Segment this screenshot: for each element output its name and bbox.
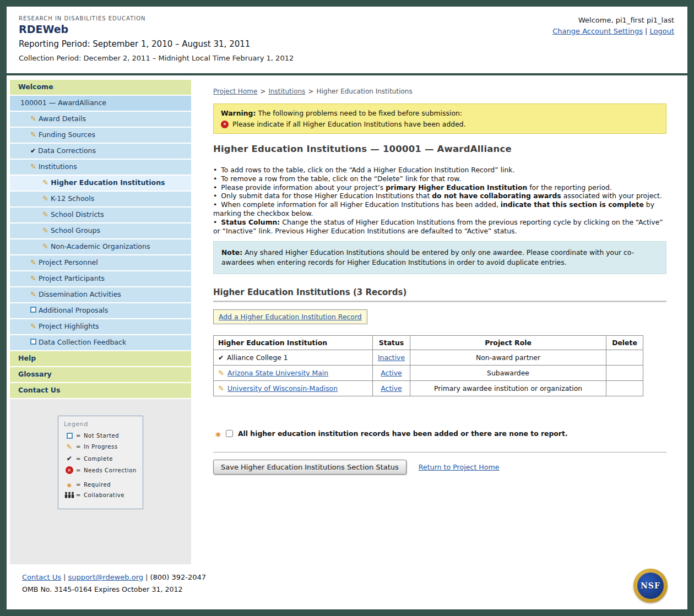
add-record-button[interactable]: Add a Higher Education Institution Recor… (213, 309, 367, 324)
omb-notice: OMB No. 3145-0164 Expires October 31, 20… (22, 585, 687, 593)
sidebar-item-glossary[interactable]: Glossary (10, 367, 191, 383)
section-rule (213, 301, 666, 302)
project-role-cell: Primary awardee institution or organizat… (410, 381, 606, 396)
legend-label: Needs Correction (84, 467, 137, 473)
sidebar-item-label: School Districts (51, 210, 104, 219)
legend-row: = Not Started (64, 433, 137, 439)
column-header-institution: Higher Education Institution (214, 336, 373, 350)
sidebar-item-higher-education-institutions[interactable]: Higher Education Institutions (10, 176, 191, 192)
breadcrumb-project-home-link[interactable]: Project Home (213, 88, 257, 95)
pencil-icon (30, 162, 36, 171)
legend-row: = In Progress (64, 443, 137, 451)
section-complete-checkbox[interactable] (226, 430, 233, 437)
delete-cell (606, 350, 643, 366)
main-content: Project Home>Institutions>Higher Educati… (191, 80, 687, 564)
welcome-user: Welcome, pi1_first pi1_last (552, 16, 674, 24)
separator: | (63, 573, 66, 581)
note-title: Note: (221, 248, 242, 257)
sidebar-item-contact-us[interactable]: Contact Us (10, 383, 191, 399)
header: RESEARCH IN DISABILITIES EDUCATION RDEWe… (7, 7, 687, 73)
column-header-delete: Delete (606, 336, 643, 350)
institution-cell: University of Wisconsin-Madison (214, 381, 373, 396)
nsf-logo-text: NSF (637, 573, 664, 599)
sidebar-item-label: School Groups (51, 226, 100, 235)
save-section-status-button[interactable]: Save Higher Education Institutions Secti… (213, 460, 406, 475)
app-frame: RESEARCH IN DISABILITIES EDUCATION RDEWe… (0, 0, 694, 616)
sidebar-item-welcome[interactable]: Welcome (10, 80, 191, 96)
institution-name-link[interactable]: Arizona State University Main (227, 369, 328, 377)
breadcrumb-current: Higher Education Institutions (316, 88, 412, 95)
sidebar-item-project-highlights[interactable]: Project Highlights (10, 319, 191, 335)
status-link[interactable]: Inactive (378, 353, 405, 362)
delete-cell (606, 366, 643, 381)
add-record-link[interactable]: Add a Higher Education Institution Recor… (219, 313, 362, 321)
breadcrumb-institutions-link[interactable]: Institutions (268, 88, 305, 95)
sidebar-item-data-collection-feedback[interactable]: Data Collection Feedback (10, 335, 191, 351)
footer-email-link[interactable]: support@rdeweb.org (68, 573, 143, 581)
sidebar-item-institutions[interactable]: Institutions (10, 160, 191, 176)
legend-label: Required (84, 482, 111, 488)
error-icon (221, 121, 229, 128)
sidebar-item-additional-proposals[interactable]: Additional Proposals (10, 303, 191, 319)
institution-name-link[interactable]: University of Wisconsin-Madison (227, 384, 338, 393)
column-header-project-role: Project Role (410, 336, 606, 350)
sidebar-item-label: K-12 Schools (51, 194, 94, 203)
equals-sign: = (76, 444, 81, 450)
legend-title: Legend (64, 421, 137, 428)
records-section-heading: Higher Education Institutions (3 Records… (213, 287, 666, 297)
equals-sign: = (76, 467, 81, 473)
sidebar: Welcome 100001 — AwardAlliance Award Det… (10, 80, 191, 564)
pencil-icon (30, 258, 36, 267)
sidebar-item-data-corrections[interactable]: Data Corrections (10, 144, 191, 160)
header-account-area: Welcome, pi1_first pi1_last Change Accou… (552, 16, 674, 35)
sidebar-item-label: Project Personnel (39, 258, 98, 266)
equals-sign: = (76, 482, 81, 488)
note-text: Any shared Higher Education Institutions… (221, 248, 634, 266)
institutions-table: Higher Education Institution Status Proj… (213, 335, 643, 396)
sidebar-item-project-personnel[interactable]: Project Personnel (10, 255, 191, 271)
table-row: Alliance College 1 Inactive Non-award pa… (214, 350, 643, 366)
return-to-project-home-link[interactable]: Return to Project Home (419, 463, 500, 471)
sidebar-item-project-participants[interactable]: Project Participants (10, 271, 191, 287)
institution-name: Alliance College 1 (227, 353, 288, 362)
sidebar-item-school-districts[interactable]: School Districts (10, 208, 191, 223)
project-role-cell: Non-award partner (410, 350, 606, 366)
legend-row: = Needs Correction (64, 466, 137, 474)
status-link[interactable]: Active (381, 384, 402, 393)
sidebar-item-label: Additional Proposals (39, 306, 108, 314)
sidebar-item-school-groups[interactable]: School Groups (10, 223, 191, 239)
pencil-icon (30, 290, 36, 299)
footer-contact-link[interactable]: Contact Us (22, 573, 61, 581)
instructions-list: To add rows to the table, click on the “… (213, 166, 666, 235)
status-cell: Inactive (373, 350, 410, 366)
sidebar-item-help[interactable]: Help (10, 351, 191, 367)
change-account-settings-link[interactable]: Change Account Settings (552, 27, 643, 35)
sidebar-item-award-details[interactable]: Award Details (10, 112, 191, 128)
sidebar-item-label: Data Collection Feedback (39, 338, 126, 346)
logout-link[interactable]: Logout (649, 27, 674, 35)
actions-divider (213, 452, 666, 453)
sidebar-item-award[interactable]: 100001 — AwardAlliance (10, 96, 191, 112)
legend-row: = Complete (64, 455, 137, 462)
completion-label: All higher education institution records… (238, 429, 568, 438)
instruction-item: To add rows to the table, click on the “… (213, 166, 666, 175)
pencil-icon (30, 322, 36, 331)
sidebar-background: Legend = Not Started = In Progress (10, 399, 191, 564)
instruction-item: To remove a row from the table, click on… (213, 175, 666, 183)
not-started-icon (30, 307, 36, 313)
sidebar-item-k12-schools[interactable]: K-12 Schools (10, 192, 191, 208)
legend-label: Complete (84, 456, 113, 462)
completion-row: All higher education institution records… (215, 429, 666, 438)
status-link[interactable]: Active (381, 369, 402, 377)
breadcrumb-separator: > (308, 88, 313, 95)
sidebar-item-non-academic-organizations[interactable]: Non-Academic Organizations (10, 239, 191, 255)
sidebar-item-label: Non-Academic Organizations (51, 242, 150, 250)
separator: | (645, 27, 647, 35)
pencil-icon (42, 226, 48, 235)
sidebar-item-funding-sources[interactable]: Funding Sources (10, 128, 191, 144)
legend: Legend = Not Started = In Progress (58, 416, 143, 509)
pencil-icon (42, 242, 48, 251)
sidebar-item-dissemination-activities[interactable]: Dissemination Activities (10, 287, 191, 303)
instruction-item: Please provide information about your pr… (213, 183, 666, 192)
sidebar-item-label: Dissemination Activities (39, 290, 121, 298)
